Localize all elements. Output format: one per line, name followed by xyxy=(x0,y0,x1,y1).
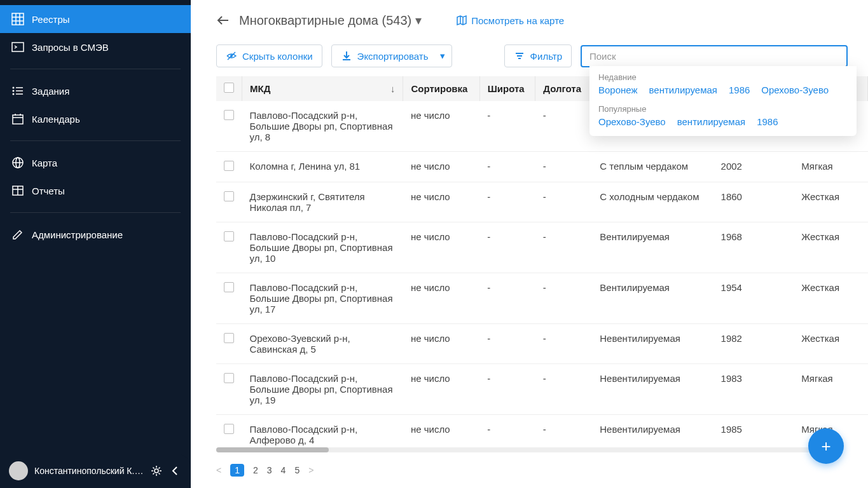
nav-label: Запросы в СМЭВ xyxy=(32,42,109,53)
nav-admin[interactable]: Администрирование xyxy=(0,220,191,248)
nav-divider xyxy=(10,69,181,69)
row-checkbox-cell[interactable] xyxy=(216,273,242,324)
page-title[interactable]: Многоквартирные дома (543) ▾ xyxy=(239,13,422,28)
col-header-lon[interactable]: Долгота xyxy=(535,76,592,101)
horizontal-scroll[interactable] xyxy=(216,447,868,454)
search-input[interactable] xyxy=(581,45,848,67)
cell-lon: - xyxy=(535,273,592,324)
search-chip[interactable]: вентилируемая xyxy=(649,85,717,95)
checkbox[interactable] xyxy=(224,282,234,292)
cell-lon: - xyxy=(535,222,592,273)
col-header-lat[interactable]: Широта xyxy=(479,76,535,101)
export-button[interactable]: Экспортировать ▾ xyxy=(331,44,452,67)
hide-columns-button[interactable]: Скрыть колонки xyxy=(216,44,322,67)
search-suggestions-dropdown: Недавние Воронеж вентилируемая 1986 Орех… xyxy=(589,66,857,136)
terminal-icon xyxy=(11,41,24,53)
search-chip[interactable]: вентилируемая xyxy=(677,116,745,127)
col-header-mkd[interactable]: МКД xyxy=(242,76,403,101)
row-checkbox-cell[interactable] xyxy=(216,222,242,273)
search-chip[interactable]: Орехово-Зуево xyxy=(598,116,666,127)
cell-type: Невентилируемая xyxy=(592,324,713,364)
row-checkbox-cell[interactable] xyxy=(216,415,242,448)
globe-icon xyxy=(11,156,24,169)
cell-year: 1968 xyxy=(713,222,794,273)
cell-lat: - xyxy=(479,182,535,222)
cell-sort: не число xyxy=(403,152,479,182)
checkbox[interactable] xyxy=(224,424,234,434)
cell-sort: не число xyxy=(403,273,479,324)
settings-icon[interactable] xyxy=(150,464,163,477)
cell-mkd: Павлово-Посадский р-н, Большие Дворы рп,… xyxy=(242,364,403,415)
search-chip[interactable]: 1986 xyxy=(729,85,750,95)
map-icon xyxy=(456,15,467,26)
page-4[interactable]: 4 xyxy=(281,465,286,475)
checkbox[interactable] xyxy=(224,161,234,171)
filter-button[interactable]: Фильтр xyxy=(504,44,572,67)
row-checkbox-cell[interactable] xyxy=(216,182,242,222)
page-prev[interactable]: < xyxy=(216,465,221,475)
nav-smev[interactable]: Запросы в СМЭВ xyxy=(0,33,191,61)
cell-mkd: Дзержинский г, Святителя Николая пл, 7 xyxy=(242,182,403,222)
checkbox[interactable] xyxy=(224,83,234,93)
table-row[interactable]: Павлово-Посадский р-н, Большие Дворы рп,… xyxy=(216,222,868,273)
row-checkbox-cell[interactable] xyxy=(216,324,242,364)
nav-label: Календарь xyxy=(32,114,80,125)
cell-lon: - xyxy=(535,101,592,152)
nav-divider xyxy=(10,212,181,213)
collapse-icon[interactable] xyxy=(169,464,182,477)
table-row[interactable]: Павлово-Посадский р-н, Большие Дворы рп,… xyxy=(216,273,868,324)
checkbox[interactable] xyxy=(224,333,234,343)
row-checkbox-cell[interactable] xyxy=(216,364,242,415)
avatar[interactable] xyxy=(9,461,28,480)
nav-calendar[interactable]: Календарь xyxy=(0,105,191,133)
cell-year: 1954 xyxy=(713,273,794,324)
page-1[interactable]: 1 xyxy=(230,464,244,477)
table-row[interactable]: Орехово-Зуевский р-н, Савинская д, 5не ч… xyxy=(216,324,868,364)
table-row[interactable]: Павлово-Посадский р-н, Большие Дворы рп,… xyxy=(216,364,868,415)
svg-point-7 xyxy=(13,90,15,92)
cell-lat: - xyxy=(479,152,535,182)
page-2[interactable]: 2 xyxy=(253,465,258,475)
nav-tasks[interactable]: Задания xyxy=(0,77,191,105)
row-checkbox-cell[interactable] xyxy=(216,101,242,152)
table-row[interactable]: Дзержинский г, Святителя Николая пл, 7не… xyxy=(216,182,868,222)
sidebar-footer: Константинопольский К. К. xyxy=(0,454,191,488)
filter-icon xyxy=(514,50,525,62)
back-button[interactable] xyxy=(216,13,230,27)
view-on-map-link[interactable]: Посмотреть на карте xyxy=(456,15,564,26)
search-chip[interactable]: Воронеж xyxy=(598,85,638,95)
nav-map[interactable]: Карта xyxy=(0,149,191,177)
row-checkbox-cell[interactable] xyxy=(216,152,242,182)
grid-icon xyxy=(11,13,24,25)
cell-roof: Мягкая xyxy=(794,152,867,182)
cell-sort: не число xyxy=(403,324,479,364)
cell-year: 1985 xyxy=(713,415,794,448)
cell-sort: не число xyxy=(403,222,479,273)
checkbox[interactable] xyxy=(224,110,234,120)
map-link-text: Посмотреть на карте xyxy=(471,15,564,26)
nav-divider xyxy=(10,140,181,141)
search-chip[interactable]: 1986 xyxy=(757,116,778,127)
cell-roof: Жесткая xyxy=(794,222,867,273)
select-all-header[interactable] xyxy=(216,76,242,101)
cell-lat: - xyxy=(479,415,535,448)
table-row[interactable]: Павлово-Посадский р-н, Алферово д, 4не ч… xyxy=(216,415,868,448)
checkbox[interactable] xyxy=(224,373,234,383)
page-5[interactable]: 5 xyxy=(294,465,300,475)
add-button[interactable]: + xyxy=(808,428,844,464)
col-header-sort[interactable]: Сортировка xyxy=(403,76,479,101)
nav-reports[interactable]: Отчеты xyxy=(0,177,191,205)
table-row[interactable]: Коломна г, Ленина ул, 81не число--С тепл… xyxy=(216,152,868,182)
nav-label: Администрирование xyxy=(32,229,123,240)
nav-registers[interactable]: Реестры xyxy=(0,5,191,33)
checkbox[interactable] xyxy=(224,231,234,241)
cell-roof: Жесткая xyxy=(794,273,867,324)
page-next[interactable]: > xyxy=(308,465,313,475)
main-content: Многоквартирные дома (543) ▾ Посмотреть … xyxy=(191,0,868,488)
cell-lon: - xyxy=(535,415,592,448)
checkbox[interactable] xyxy=(224,191,234,201)
page-3[interactable]: 3 xyxy=(267,465,272,475)
cell-type: С холодным чердаком xyxy=(592,182,713,222)
search-chip[interactable]: Орехово-Зуево xyxy=(761,85,829,95)
svg-rect-12 xyxy=(13,115,23,124)
